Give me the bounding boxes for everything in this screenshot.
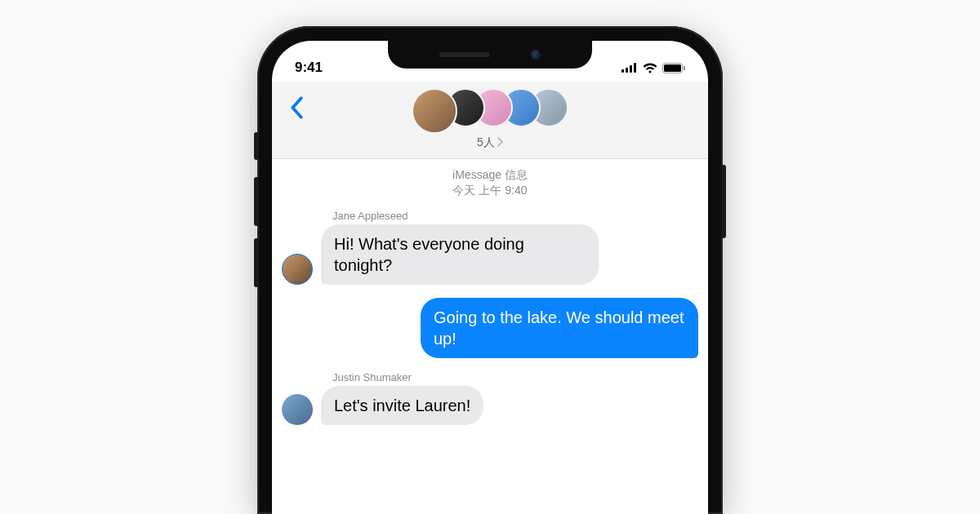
- svg-rect-0: [621, 69, 624, 73]
- power-button: [721, 165, 726, 238]
- mute-switch: [254, 132, 259, 160]
- chevron-right-icon: [497, 136, 503, 149]
- conversation-timestamp: 今天 上午 9:40: [282, 183, 698, 198]
- volume-down-button: [254, 238, 259, 287]
- participant-avatar: [412, 88, 457, 134]
- message-bubble-incoming[interactable]: Hi! What's everyone doing tonight?: [321, 224, 599, 285]
- volume-up-button: [254, 177, 259, 226]
- message-row: Going to the lake. We should meet up!: [282, 298, 698, 358]
- message-row: Let's invite Lauren!: [282, 386, 698, 425]
- svg-rect-1: [626, 68, 628, 73]
- message-group: Justin Shumaker Let's invite Lauren!: [282, 371, 698, 425]
- conversation-header: 5人: [272, 82, 708, 159]
- svg-rect-2: [630, 65, 632, 73]
- wifi-icon: [643, 63, 657, 73]
- message-group: Going to the lake. We should meet up!: [282, 298, 698, 358]
- sender-avatar[interactable]: [282, 394, 313, 425]
- service-label: iMessage 信息: [282, 167, 698, 183]
- status-time: 9:41: [295, 60, 323, 76]
- sender-name: Justin Shumaker: [332, 371, 698, 383]
- group-details-button[interactable]: 5人: [283, 135, 697, 150]
- conversation-meta: iMessage 信息 今天 上午 9:40: [282, 167, 698, 198]
- status-indicators: [621, 63, 685, 73]
- sender-name: Jane Appleseed: [332, 210, 698, 222]
- earpiece-speaker: [439, 52, 490, 57]
- conversation-body[interactable]: iMessage 信息 今天 上午 9:40 Jane Appleseed Hi…: [272, 159, 708, 425]
- front-camera: [531, 50, 541, 60]
- sender-avatar[interactable]: [282, 254, 313, 285]
- group-avatar-stack[interactable]: [283, 88, 697, 134]
- svg-rect-3: [634, 63, 636, 73]
- message-bubble-incoming[interactable]: Let's invite Lauren!: [321, 386, 483, 425]
- chevron-left-icon: [289, 96, 304, 119]
- svg-rect-5: [664, 64, 681, 72]
- battery-icon: [662, 63, 685, 73]
- message-bubble-outgoing[interactable]: Going to the lake. We should meet up!: [421, 298, 698, 358]
- message-row: Hi! What's everyone doing tonight?: [282, 224, 698, 285]
- message-group: Jane Appleseed Hi! What's everyone doing…: [282, 210, 698, 285]
- notch: [388, 41, 592, 69]
- back-button[interactable]: [282, 93, 311, 122]
- group-participant-count: 5人: [477, 135, 495, 150]
- screen: 9:41: [272, 41, 708, 514]
- phone-frame: 9:41: [257, 26, 723, 514]
- svg-rect-6: [684, 66, 685, 70]
- cellular-signal-icon: [621, 63, 638, 73]
